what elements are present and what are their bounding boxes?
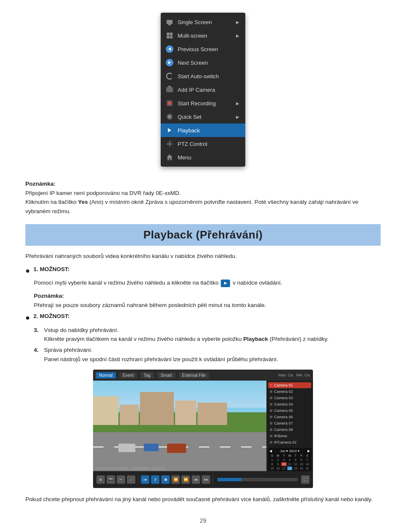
menu-item-single-screen[interactable]: Single Screen ▶ [161, 15, 245, 29]
camera-item-ipcam02: IPCamera 02 [268, 439, 311, 445]
camera-label-01: Camera 01 [274, 383, 293, 387]
prev-arrow-icon [165, 44, 174, 54]
step3-content: Vstup do nabídky přehrávání. Klikněte pr… [44, 326, 329, 344]
arrow-icon-quick-set: ▶ [236, 115, 239, 119]
cal-d3: 3 [281, 458, 287, 462]
cal-d4: 4 [287, 458, 293, 462]
cal-d25: 25 [287, 471, 293, 471]
note-section: Poznámka: Připojení IP kamer není podpor… [25, 179, 381, 216]
camera-item-01: Camera 01 [268, 382, 311, 388]
btn-rewind[interactable]: ⏮ [141, 475, 149, 484]
menu-item-ptz-control[interactable]: PTZ Control [161, 137, 245, 151]
step3-detail2: (Přehrávání) z nabídky. [268, 336, 329, 342]
camera-dot-07 [270, 422, 272, 425]
menu-label-menu: Menu [178, 154, 192, 161]
poznamka-label: Poznámka: [34, 293, 64, 299]
btn-stop[interactable]: ⏹ [161, 475, 170, 484]
video-display [93, 381, 266, 471]
cal-prev: ◀ [269, 449, 272, 453]
timeline-progress [217, 478, 241, 481]
calendar: ◀ Jun ▾ 2014 ▾ ▶ S M T W T F S 1 2 3 4 5 [268, 448, 311, 471]
bullet-item-1: ● 1. MOŽNOST: [25, 266, 381, 276]
cars [118, 444, 186, 453]
menu-label-multi-screen: Mulli-screen [178, 33, 207, 39]
cal-d17: 17 [281, 466, 287, 470]
menu-item-next-screen[interactable]: Next Screen [161, 56, 245, 69]
cal-d27: 27 [299, 471, 304, 471]
buildings [93, 394, 266, 426]
arrow-icon-single-screen: ▶ [236, 20, 239, 25]
camera-item-04: Camera 04 [268, 401, 311, 407]
building-1 [93, 396, 118, 426]
car-2 [144, 444, 159, 451]
cal-d10: 10 [281, 462, 287, 466]
playback-timeline[interactable] [217, 478, 298, 481]
camera-label-05: Camera 05 [274, 409, 293, 413]
camera-item-02: Camera 02 [268, 389, 311, 395]
camera-dot-ipdome [270, 435, 272, 437]
step-4: 4. Správa přehrávání. Panel nástrojů ve … [34, 346, 381, 364]
cal-d8: 8 [269, 462, 275, 466]
camera-label-02: Camera 02 [274, 389, 293, 394]
menu-item-auto-switch[interactable]: Start Auto-switch [161, 69, 245, 83]
btn-fast[interactable]: ⏩ [181, 475, 190, 484]
menu-item-add-ip-camera[interactable]: Add IP Camera [161, 83, 245, 96]
refresh-icon [165, 71, 174, 81]
next-arrow-icon [165, 58, 174, 67]
btn-zoom-out[interactable]: ⊕ [96, 475, 105, 484]
btn-play-pause[interactable]: ⏸ [151, 475, 159, 484]
playback-controls-bar: ⊕ 📷 ✂ ♪ ⏮ ⏸ ⏹ ⏪ ⏩ ⏮ ⏭ ⛶ [93, 471, 313, 488]
camera-item-07: Camera 07 [268, 420, 311, 426]
btn-clip[interactable]: ✂ [117, 475, 125, 484]
cal-d12: 12 [293, 462, 298, 466]
menu-item-menu[interactable]: Menu [161, 151, 245, 164]
menu-item-start-recording[interactable]: Start Recording ▶ [161, 96, 245, 110]
menu-label-quick-set: Quick Set [178, 114, 201, 120]
building-5 [198, 403, 227, 426]
menu-label-previous-screen: Previous Screen [178, 46, 218, 52]
camera-dot-ipcam02 [270, 441, 272, 444]
menu-label-start-recording: Start Recording [178, 100, 216, 107]
divider-1 [138, 475, 138, 484]
time-end: 24-06-2014 11:23:05 [133, 466, 165, 470]
camera-label-04: Camera 04 [274, 402, 293, 406]
cal-day-t1: T [281, 454, 287, 458]
moznost1-content: Pomocí myši vyberte kanál v režimu živéh… [34, 278, 381, 288]
btn-next-frame[interactable]: ⏭ [202, 475, 210, 484]
step3-num: 3. [34, 326, 41, 344]
bullet-dot-2: ● [25, 313, 30, 323]
cal-d6: 6 [299, 458, 304, 462]
note-text-2-block: Kliknutím na tlačítko Yes (Ano) v místní… [25, 199, 358, 214]
camera-item-08: Camera 08 [268, 427, 311, 433]
section-intro-text: Přehrávání nahraných souborů videa konkr… [25, 253, 237, 259]
calendar-header: ◀ Jun ▾ 2014 ▾ ▶ [269, 449, 310, 453]
cal-next: ▶ [307, 449, 310, 453]
btn-full-screen[interactable]: ⛶ [301, 475, 310, 484]
step3-detail: Klikněte pravým tlačítkem na kanál v rež… [44, 336, 243, 342]
playback-screenshot: Normal Event Tag Smart External File Max… [93, 370, 313, 488]
menu-label-add-ip-camera: Add IP Camera [178, 87, 215, 93]
btn-audio[interactable]: ♪ [127, 475, 135, 484]
btn-prev-frame[interactable]: ⏮ [192, 475, 200, 484]
menu-item-quick-set[interactable]: Quick Set ▶ [161, 110, 245, 123]
camera-label-03: Camera 03 [274, 396, 293, 400]
menu-item-multi-screen[interactable]: Mulli-screen ▶ [161, 29, 245, 42]
playback-main-area: Camera 01 Camera 02 Camera 03 Camera 04 … [93, 381, 313, 471]
step4-text: Správa přehrávání. [44, 347, 93, 353]
btn-snapshot[interactable]: 📷 [107, 475, 115, 484]
menu-item-playback[interactable]: Playback [161, 123, 245, 137]
camera-sidebar: Camera 01 Camera 02 Camera 03 Camera 04 … [266, 381, 313, 471]
cal-d13: 13 [299, 462, 304, 466]
cal-d5: 5 [293, 458, 298, 462]
tab-smart: Smart [157, 372, 176, 378]
cal-d9: 9 [275, 462, 281, 466]
footer-text-content: Pokud chcete přepnout přehrávání na jiný… [25, 496, 373, 502]
monitor-icon [165, 17, 174, 27]
menu-item-previous-screen[interactable]: Previous Screen [161, 42, 245, 56]
menu-label-playback: Playback [178, 127, 200, 134]
btn-slow[interactable]: ⏪ [171, 475, 180, 484]
cal-d7: 7 [304, 458, 310, 462]
play-icon [165, 126, 174, 135]
footer-text: Pokud chcete přepnout přehrávání na jiný… [25, 495, 381, 505]
cal-day-f: F [299, 454, 304, 458]
